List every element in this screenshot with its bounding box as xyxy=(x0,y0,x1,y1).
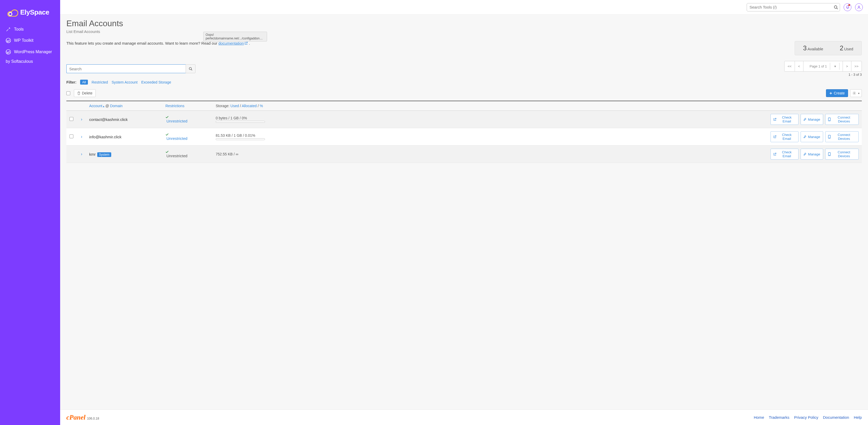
manage-button[interactable]: Manage xyxy=(801,114,823,125)
email-table: Account▴ @ Domain Restrictions Storage: … xyxy=(66,101,862,163)
notifications-button[interactable] xyxy=(844,3,851,11)
content: Email Accounts List Email Accounts Oops!… xyxy=(60,15,868,409)
col-domain[interactable]: Domain xyxy=(110,104,123,108)
wrench-icon xyxy=(803,118,807,121)
connect-devices-button[interactable]: Connect Devices xyxy=(825,131,859,142)
search-icon[interactable] xyxy=(834,5,838,9)
phone-icon xyxy=(828,117,831,121)
tooltip-line1: Oops! xyxy=(206,33,265,36)
sort-asc-icon: ▴ xyxy=(103,105,104,108)
sidebar-item-wp-toolkit[interactable]: WP Toolkit xyxy=(0,35,60,46)
footer-documentation[interactable]: Documentation xyxy=(823,415,849,420)
manage-button[interactable]: Manage xyxy=(801,149,823,160)
expand-row-icon[interactable]: › xyxy=(81,152,82,156)
check-email-button[interactable]: Check Email xyxy=(771,149,799,160)
brand-name: ElySpace xyxy=(20,8,49,16)
footer-home[interactable]: Home xyxy=(754,415,764,420)
expand-row-icon[interactable]: › xyxy=(81,117,82,121)
wordpress-icon xyxy=(6,38,11,43)
table-row: ›contact@kashmir.clickUnrestricted0 byte… xyxy=(66,111,862,128)
caret-down-icon: ▾ xyxy=(831,63,839,70)
col-allocated[interactable]: Allocated xyxy=(242,104,257,108)
filter-system-account[interactable]: System Account xyxy=(112,80,137,84)
page-title: Email Accounts xyxy=(66,19,862,28)
row-checkbox[interactable] xyxy=(69,117,73,121)
pager-last[interactable]: >> xyxy=(851,61,862,72)
intro-suffix: . xyxy=(248,41,250,46)
connect-devices-button[interactable]: Connect Devices xyxy=(825,149,859,160)
cloud-logo-icon xyxy=(5,8,18,17)
col-at: @ xyxy=(105,104,109,108)
footer-privacy[interactable]: Privacy Policy xyxy=(794,415,818,420)
documentation-link[interactable]: documentation xyxy=(218,41,244,46)
col-used[interactable]: Used xyxy=(230,104,239,108)
manage-button[interactable]: Manage xyxy=(801,131,823,142)
col-percent[interactable]: % xyxy=(260,104,263,108)
system-badge: System xyxy=(97,152,111,157)
cpanel-logo[interactable]: cPanel 106.0.18 xyxy=(66,414,99,421)
search-input[interactable] xyxy=(66,64,186,73)
user-button[interactable] xyxy=(855,3,863,11)
create-label: Create xyxy=(834,91,845,95)
restriction-status[interactable]: Unrestricted xyxy=(166,136,187,141)
pager-prev[interactable]: < xyxy=(795,61,803,72)
filter-chip-all[interactable]: All xyxy=(80,80,88,85)
settings-dropdown-button[interactable]: ▾ xyxy=(850,89,862,97)
tooltip-line2: perfectdomainname.net/.../configaddonmod… xyxy=(206,36,265,40)
pager-first[interactable]: << xyxy=(784,61,795,72)
search-icon xyxy=(189,67,192,70)
external-link-icon xyxy=(773,135,776,138)
filter-exceeded-storage[interactable]: Exceeded Storage xyxy=(141,80,171,84)
search-group xyxy=(66,64,195,73)
footer-trademarks[interactable]: Trademarks xyxy=(769,415,789,420)
connect-devices-button[interactable]: Connect Devices xyxy=(825,114,859,125)
table-row: ›kmrSystemUnrestricted752.55 KB / ∞Check… xyxy=(66,146,862,163)
search-button[interactable] xyxy=(186,64,195,73)
stat-available: 3Available xyxy=(795,41,832,55)
check-email-button[interactable]: Check Email xyxy=(771,131,799,142)
wrench-icon xyxy=(803,135,807,138)
sidebar-item-wp-manager[interactable]: WordPress Manager xyxy=(0,46,60,58)
stats-box: 3Available 2Used xyxy=(795,41,862,55)
trash-icon xyxy=(77,92,81,95)
col-account[interactable]: Account▴ xyxy=(89,104,104,108)
search-tools-wrap xyxy=(747,3,840,11)
intro-prefix: This feature lets you create and manage … xyxy=(66,41,218,46)
sidebar: ElySpace Tools WP Toolkit WordPress Mana… xyxy=(0,0,60,425)
restriction-status: Unrestricted xyxy=(166,153,187,158)
stat-used: 2Used xyxy=(832,41,862,55)
check-email-button[interactable]: Check Email xyxy=(771,114,799,125)
storage-text: 0 bytes / 1 GB / 0% xyxy=(216,116,771,120)
filter-restricted[interactable]: Restricted xyxy=(92,80,108,84)
check-icon xyxy=(165,115,216,119)
footer-help[interactable]: Help xyxy=(854,415,862,420)
stat-used-label: Used xyxy=(844,47,853,51)
expand-row-icon[interactable]: › xyxy=(81,134,82,139)
sidebar-item-label: WordPress Manager xyxy=(14,50,52,54)
create-button[interactable]: Create xyxy=(826,89,848,97)
external-link-icon xyxy=(773,152,776,156)
search-tools-input[interactable] xyxy=(747,3,840,11)
check-icon xyxy=(165,133,216,136)
brand-logo[interactable]: ElySpace xyxy=(0,0,60,22)
delete-button[interactable]: Delete xyxy=(74,89,96,97)
pager-next[interactable]: > xyxy=(843,61,851,72)
stat-used-num: 2 xyxy=(840,45,843,52)
svg-point-0 xyxy=(9,12,12,16)
svg-point-5 xyxy=(189,67,192,70)
sidebar-item-tools[interactable]: Tools xyxy=(0,24,60,35)
cpanel-version: 106.0.18 xyxy=(87,417,99,420)
filter-label: Filter: xyxy=(66,80,76,84)
storage-text: 81.53 KB / 1 GB / 0.01% xyxy=(216,133,771,138)
row-checkbox[interactable] xyxy=(69,134,73,138)
page-subtitle: List Email Accounts xyxy=(66,29,862,34)
pager: << < Page 1 of 1▾ > >> xyxy=(784,61,862,72)
pager-range: 1 - 3 of 3 xyxy=(784,73,862,77)
tools-icon xyxy=(6,27,11,32)
restriction-status[interactable]: Unrestricted xyxy=(166,119,187,123)
notification-dot xyxy=(848,4,850,6)
select-all-checkbox[interactable] xyxy=(66,91,70,95)
pager-label[interactable]: Page 1 of 1▾ xyxy=(803,61,843,72)
col-restrictions[interactable]: Restrictions xyxy=(165,104,184,108)
topbar xyxy=(60,0,868,15)
